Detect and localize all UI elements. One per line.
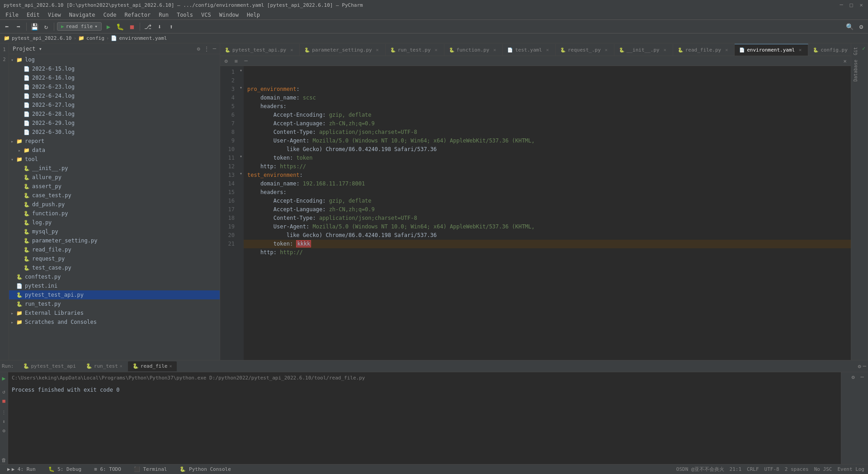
menu-item-code[interactable]: Code	[100, 11, 120, 19]
toolbar-git-update-btn[interactable]: ⬇	[155, 22, 165, 32]
toolbar-back-btn[interactable]: ⬅	[2, 22, 12, 32]
toolbar-search-btn[interactable]: 🔍	[844, 22, 854, 32]
bottom-tab-close[interactable]: ×	[169, 364, 172, 369]
tree-item-dd_push-py[interactable]: 🐍dd_push.py	[9, 200, 220, 209]
tab-close[interactable]: ×	[433, 47, 439, 53]
tree-item-parameter_setting-py[interactable]: 🐍parameter_setting.py	[9, 236, 220, 245]
tree-item-External Libraries[interactable]: ▸📁External Libraries	[9, 308, 220, 318]
project-panel-close[interactable]: ─	[213, 46, 216, 52]
bottom-tab-run-test[interactable]: 🐍run_test×	[81, 361, 127, 371]
tab-close[interactable]: ×	[662, 47, 668, 53]
tab-close[interactable]: ×	[491, 47, 498, 53]
tree-item-Scratches and Consoles[interactable]: ▸📁Scratches and Consoles	[9, 318, 220, 327]
menu-item-run[interactable]: Run	[155, 11, 172, 19]
tab-close[interactable]: ×	[723, 47, 730, 53]
tree-item-data[interactable]: ▸📁data	[9, 146, 220, 155]
toolbar-git-btn[interactable]: ⎇	[143, 22, 153, 32]
bottom-panel-minimize[interactable]: ─	[863, 363, 866, 370]
tree-item-2022-6-27-log[interactable]: 📄2022-6-27.log	[9, 100, 220, 109]
tree-item-allure_py[interactable]: 🐍allure_py	[9, 173, 220, 182]
status-run-btn[interactable]: ▶ ▶ 4: Run	[4, 466, 39, 473]
tab-toolbar-collapse[interactable]: ─	[242, 57, 250, 65]
status-terminal-btn[interactable]: ⬛ Terminal	[130, 466, 171, 473]
minimize-button[interactable]: ─	[838, 2, 844, 8]
project-panel-dots[interactable]: ⋮	[204, 46, 209, 52]
toolbar-git-push-btn[interactable]: ⬆	[166, 22, 176, 32]
menu-item-vcs[interactable]: VCS	[198, 11, 215, 19]
status-todo-btn[interactable]: ≡ 6: TODO	[90, 466, 125, 473]
tab-parameter_setting-py[interactable]: 🐍parameter_setting.py×	[300, 44, 385, 56]
toolbar-sync-btn[interactable]: ↻	[41, 22, 51, 32]
tree-item-__init__-py[interactable]: 🐍__init__.py	[9, 164, 220, 173]
menu-item-window[interactable]: Window	[216, 11, 242, 19]
tree-item-2022-6-28-log[interactable]: 📄2022-6-28.log	[9, 109, 220, 118]
menu-item-view[interactable]: View	[44, 11, 65, 19]
toolbar-save-btn[interactable]: 💾	[29, 22, 39, 32]
menu-item-help[interactable]: Help	[243, 11, 264, 19]
tree-item-mysql_py[interactable]: 🐍mysql_py	[9, 227, 220, 236]
bottom-panel-settings[interactable]: ⚙	[858, 363, 861, 370]
project-panel-gear[interactable]: ⚙	[197, 46, 200, 52]
tree-item-function-py[interactable]: 🐍function.py	[9, 209, 220, 218]
tab-close[interactable]: ×	[288, 47, 295, 53]
tree-item-2022-6-29-log[interactable]: 📄2022-6-29.log	[9, 118, 220, 128]
tree-item-2022-6-24-log[interactable]: 📄2022-6-24.log	[9, 91, 220, 100]
tree-item-2022-6-15-log[interactable]: 📄2022-6-15.log	[9, 64, 220, 73]
run-play-btn[interactable]: ▶	[0, 374, 8, 382]
code-content[interactable]: pro_environment: domain_name: scsc heade…	[244, 66, 851, 360]
tree-item-2022-6-16-log[interactable]: 📄2022-6-16.log	[9, 73, 220, 82]
tree-item-case_test-py[interactable]: 🐍case_test.py	[9, 191, 220, 200]
run-file-button[interactable]: ▶ read file ▾	[57, 22, 102, 31]
tab-read_file-py[interactable]: 🐍read_file.py×	[673, 44, 735, 56]
restore-button[interactable]: □	[848, 2, 854, 8]
tab-close[interactable]: ×	[374, 47, 381, 53]
tree-item-report[interactable]: ▸📁report	[9, 137, 220, 146]
menu-item-refactor[interactable]: Refactor	[121, 11, 154, 19]
tree-item-log[interactable]: ▾📁log	[9, 55, 220, 64]
left-icon-2[interactable]: 2	[0, 55, 9, 63]
bottom-tab-close[interactable]: ×	[120, 364, 123, 369]
run-panel-settings[interactable]: ⚙	[849, 373, 857, 381]
tree-item-pytest_test_api-py[interactable]: 🐍pytest_test_api.py	[9, 290, 220, 299]
tree-item-log-py[interactable]: 🐍log.py	[9, 218, 220, 227]
run-stop-btn[interactable]: ■	[0, 397, 8, 405]
run-scroll-btn[interactable]: ⬇	[0, 417, 8, 426]
tree-item-pytest-ini[interactable]: 📄pytest.ini	[9, 281, 220, 290]
tree-item-run_test-py[interactable]: 🐍run_test.py	[9, 299, 220, 308]
tab-close[interactable]: ×	[797, 47, 803, 53]
project-panel-header[interactable]: Project ▾ ⚙ ⋮ ─	[9, 43, 220, 54]
status-position[interactable]: 21:1	[730, 466, 742, 472]
tree-item-2022-6-30-log[interactable]: 📄2022-6-30.log	[9, 128, 220, 137]
status-python-console-btn[interactable]: 🐍 Python Console	[176, 466, 234, 473]
database-sidebar-btn[interactable]: Database	[852, 58, 859, 83]
tab-function-py[interactable]: 🐍function.py×	[444, 44, 503, 56]
tab-environment-yaml[interactable]: 📄environment.yaml×	[735, 44, 808, 56]
toolbar-stop-btn[interactable]: ■	[127, 22, 137, 32]
tree-item-conftest-py[interactable]: 🐍conftest.py	[9, 272, 220, 281]
toolbar-debug-btn[interactable]: 🐛	[115, 22, 125, 32]
tree-item-request_py[interactable]: 🐍request_py	[9, 254, 220, 263]
menu-item-tools[interactable]: Tools	[173, 11, 197, 19]
tab-pytest_test_api-py[interactable]: 🐍pytest_test_api.py×	[220, 44, 300, 56]
tab-close[interactable]: ×	[544, 47, 551, 53]
status-spaces[interactable]: 2 spaces	[785, 466, 809, 472]
tab-test-yaml[interactable]: 📄test.yaml×	[503, 44, 556, 56]
breadcrumb-config[interactable]: config	[86, 35, 104, 41]
tab-toolbar-close[interactable]: ✕	[841, 57, 849, 65]
tab-toolbar-list[interactable]: ≡	[232, 57, 240, 65]
tab-__init__-py[interactable]: 🐍__init__.py×	[614, 44, 673, 56]
tree-item-assert_py[interactable]: 🐍assert_py	[9, 182, 220, 191]
bottom-tab-pytest-test-api[interactable]: 🐍pytest_test_api	[19, 361, 80, 371]
toolbar-settings-btn[interactable]: ⚙	[856, 22, 866, 32]
close-button[interactable]: ✕	[858, 2, 864, 8]
left-icon-1[interactable]: 1	[0, 45, 9, 53]
toolbar-forward-btn[interactable]: ➡	[14, 22, 24, 32]
breadcrumb-file[interactable]: environment.yaml	[119, 35, 167, 41]
tab-request_-py[interactable]: 🐍request_.py×	[556, 44, 614, 56]
tree-item-read_file-py[interactable]: 🐍read_file.py	[9, 245, 220, 254]
toolbar-run-btn[interactable]: ▶	[104, 22, 113, 32]
breadcrumb-project[interactable]: pytest_api_2022.6.10	[12, 35, 71, 41]
tab-run_test-py[interactable]: 🐍run_test.py×	[386, 44, 444, 56]
status-crlf[interactable]: CRLF	[747, 466, 759, 472]
menu-item-file[interactable]: File	[2, 11, 22, 19]
